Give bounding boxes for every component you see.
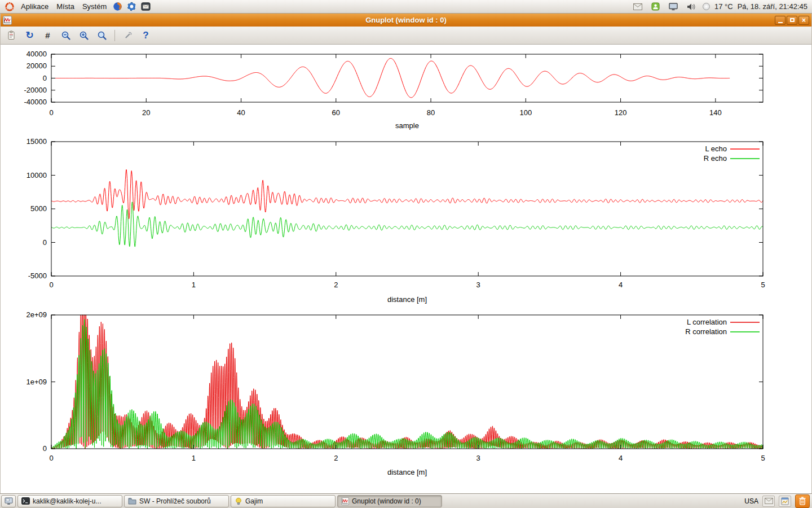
previous-zoom-button[interactable] — [58, 28, 73, 42]
y-tick-label: -5000 — [28, 271, 47, 280]
show-desktop-button[interactable] — [1, 495, 16, 507]
window-titlebar[interactable]: Gnuplot (window id : 0) × — [1, 14, 811, 27]
mail-tray-button[interactable] — [762, 496, 775, 507]
taskbar-tray: USA — [744, 494, 811, 508]
volume-icon — [687, 3, 696, 11]
taskbar-window-label: SW - Prohlížeč souborů — [139, 497, 211, 505]
keyboard-layout-indicator[interactable]: USA — [744, 497, 758, 505]
replot-button[interactable]: ↻ — [22, 28, 37, 42]
toolbar-separator — [114, 30, 115, 41]
y-tick-label: 20000 — [27, 62, 47, 70]
legend-label: L correlation — [687, 318, 727, 326]
y-tick-label: 0 — [43, 74, 47, 82]
temperature-label[interactable]: 17 °C — [714, 2, 733, 11]
mini-window-icon — [781, 497, 789, 505]
show-desktop-icon — [5, 497, 13, 505]
legend-label: L echo — [705, 144, 727, 153]
series-r-echo — [51, 202, 763, 247]
clock-label[interactable]: Pá, 18. září, 21:42:45 — [738, 2, 807, 11]
taskbar-window-gajim[interactable]: Gajim — [231, 495, 336, 507]
settings-button[interactable] — [120, 28, 135, 42]
y-tick-label: 40000 — [27, 50, 47, 58]
waveform-chart[interactable]: 020406080100120140-40000-200000200004000… — [1, 50, 811, 134]
firefox-launcher[interactable] — [111, 1, 125, 13]
legend-label: R correlation — [685, 327, 727, 336]
computer-status-tray[interactable] — [667, 1, 680, 13]
taskbar-window-gnuplot[interactable]: Gnuplot (window id : 0) — [337, 495, 442, 507]
y-tick-label: 2e+09 — [26, 310, 47, 319]
trash-icon — [798, 497, 806, 505]
x-tick-label: 2 — [334, 281, 338, 289]
mail-client-icon — [141, 2, 151, 11]
taskbar-window-file-manager[interactable]: SW - Prohlížeč souborů — [124, 495, 229, 507]
x-tick-label: 40 — [237, 108, 245, 117]
menu-system[interactable]: Systém — [78, 1, 111, 13]
ubuntu-logo-icon — [5, 2, 15, 12]
x-tick-label: 80 — [427, 108, 435, 117]
x-tick-label: 0 — [49, 454, 53, 462]
gnuplot-toolbar: ↻ # — [1, 27, 811, 45]
zoom-previous-icon — [61, 30, 71, 41]
distributor-logo-icon[interactable] — [2, 1, 17, 13]
correlation-chart[interactable]: 01234501e+092e+09distance [m]L correlati… — [1, 310, 811, 480]
bottom-taskbar: kaklik@kaklik-kolej-u... SW - Prohlížeč … — [0, 493, 812, 508]
menu-applications-label: Aplikace — [21, 2, 48, 11]
y-tick-label: 1e+09 — [26, 378, 47, 386]
taskbar-window-label: Gajim — [245, 497, 263, 505]
autoscale-button[interactable] — [94, 28, 109, 42]
echo-chart[interactable]: 012345-5000050001000015000distance [m]L … — [1, 137, 811, 308]
menu-places[interactable]: Místa — [52, 1, 78, 13]
taskbar-window-label: kaklik@kaklik-kolej-u... — [33, 497, 102, 505]
help-button[interactable]: ? — [138, 28, 153, 42]
copy-to-clipboard-button[interactable] — [4, 28, 19, 42]
maximize-button[interactable] — [787, 16, 797, 25]
taskbar-window-terminal[interactable]: kaklik@kaklik-kolej-u... — [17, 495, 122, 507]
mail-client-launcher[interactable] — [139, 1, 153, 13]
terminal-icon — [21, 497, 30, 505]
gnuplot-window: Gnuplot (window id : 0) × ↻ # — [0, 14, 812, 493]
menu-applications[interactable]: Aplikace — [17, 1, 52, 13]
window-controls: × — [775, 16, 809, 25]
trash-applet[interactable] — [795, 494, 810, 508]
gajim-icon — [235, 497, 242, 505]
help-launcher[interactable] — [125, 1, 139, 13]
weather-icon[interactable] — [703, 3, 710, 10]
taskbar-window-label: Gnuplot (window id : 0) — [352, 497, 421, 505]
minimize-icon — [778, 22, 783, 23]
chart-tray-button[interactable] — [779, 496, 791, 507]
grid-icon: # — [45, 31, 50, 40]
window-title: Gnuplot (window id : 0) — [1, 16, 811, 24]
y-tick-label: 0 — [43, 238, 47, 247]
clipboard-icon — [7, 30, 17, 41]
help-icon — [127, 2, 136, 11]
x-tick-label: 3 — [476, 454, 480, 462]
volume-tray[interactable] — [685, 1, 698, 13]
close-button[interactable]: × — [798, 16, 809, 25]
minimize-button[interactable] — [775, 16, 785, 25]
x-tick-label: 120 — [615, 108, 627, 117]
series-chirp-signal — [51, 58, 730, 97]
x-tick-label: 1 — [192, 281, 196, 289]
menu-places-label: Místa — [56, 2, 74, 11]
gajim-status-tray[interactable] — [649, 1, 662, 13]
x-tick-label: 0 — [49, 281, 53, 289]
legend-label: R echo — [704, 154, 727, 163]
menu-system-label: Systém — [82, 2, 107, 11]
mail-notifier-tray[interactable] — [631, 1, 645, 13]
replot-icon: ↻ — [25, 30, 33, 40]
next-zoom-button[interactable] — [76, 28, 91, 42]
x-tick-label: 1 — [192, 454, 196, 462]
toggle-grid-button[interactable]: # — [40, 28, 55, 42]
y-tick-label: -20000 — [24, 86, 47, 94]
zoom-autoscale-icon — [97, 30, 107, 41]
envelope-icon — [633, 3, 642, 10]
zoom-next-icon — [79, 30, 89, 41]
computer-icon — [669, 3, 678, 11]
file-manager-icon — [128, 497, 136, 505]
wrench-icon — [123, 30, 133, 41]
gnuplot-icon — [341, 497, 349, 505]
panel-tray: 17 °C Pá, 18. září, 21:42:45 — [631, 1, 810, 13]
x-tick-label: 5 — [761, 281, 765, 289]
envelope-icon — [765, 498, 773, 504]
plot-area: 020406080100120140-40000-200000200004000… — [1, 45, 811, 493]
